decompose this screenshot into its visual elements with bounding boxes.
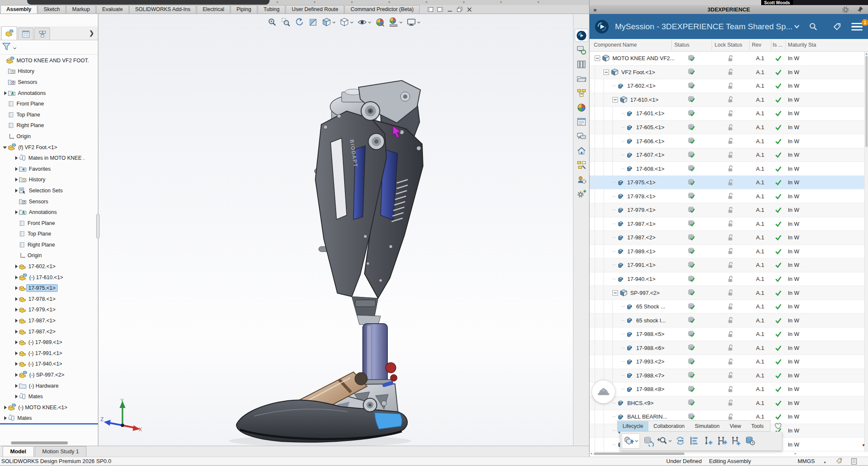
column-header[interactable]: Is ... [773, 42, 783, 48]
tree-item-label[interactable]: History [27, 176, 47, 183]
tree-item-label[interactable]: Origin [15, 133, 32, 140]
hscrollbar-thumb[interactable] [594, 452, 684, 455]
pane-right-icon[interactable] [437, 6, 443, 13]
component-row[interactable]: 17-608.<1>A.1In W [590, 162, 865, 176]
expand-arrow-icon[interactable] [3, 145, 7, 150]
component-row[interactable]: 17-601.<1>A.1In W [590, 107, 865, 121]
favorites-heart-icon[interactable] [773, 422, 783, 432]
expand-arrow-icon[interactable] [14, 155, 18, 161]
pane-left-icon[interactable] [427, 6, 434, 13]
tree-item-label[interactable]: Sensors [27, 198, 50, 205]
component-name[interactable]: 65 Shock ... [636, 303, 665, 310]
component-name[interactable]: 17-987.<2> [627, 234, 656, 241]
tree-item-label[interactable]: 17-979.<1> [27, 306, 57, 313]
hud-apply-scene[interactable] [389, 17, 403, 27]
dropdown-caret-icon[interactable] [635, 440, 638, 442]
hud-view-orientation[interactable] [322, 17, 336, 27]
taskpane-user-tools[interactable] [575, 173, 588, 186]
hud-display-style[interactable] [339, 17, 353, 27]
component-row[interactable]: 65 Shock ...A.1In W [590, 300, 865, 314]
taskpane-add-in-settings[interactable] [575, 187, 588, 200]
zoom-area-icon[interactable] [281, 17, 291, 27]
tree-item[interactable]: (-) Hardware [0, 380, 98, 391]
insert-node-icon[interactable] [703, 435, 714, 447]
taskpane-view-palette[interactable] [575, 86, 588, 100]
toolbar-database-refresh[interactable] [643, 435, 654, 447]
scroll-up-indicator[interactable]: ▲ [865, 52, 868, 55]
column-separator[interactable] [749, 41, 750, 50]
tree-item-label[interactable]: Selection Sets [27, 187, 64, 194]
collapse-panel-icon[interactable]: » [593, 6, 597, 13]
expand-arrow-icon[interactable] [14, 329, 18, 334]
tree-item-label[interactable]: Top Plane [26, 230, 53, 237]
minimize-icon[interactable] [447, 6, 453, 13]
component-name[interactable]: 17-988.<8> [636, 386, 665, 392]
component-row[interactable]: SP-997.<2>A.1In W [590, 286, 865, 300]
tree-item-label[interactable]: Mates in MOTO KNEE . [27, 155, 86, 161]
dropdown-caret-icon[interactable] [368, 21, 371, 24]
tree-item-label[interactable]: (f) VF2 Foot.<1> [17, 144, 59, 151]
tree-item[interactable]: (-) 17-940.<1> [0, 359, 98, 370]
menu-tab-evaluate[interactable]: Evaluate [96, 5, 129, 14]
component-name[interactable]: 17-606.<1> [636, 138, 665, 144]
chevron-down-icon[interactable] [794, 24, 800, 29]
toolbar-branch-add[interactable] [717, 435, 728, 447]
menu-tab-electrical[interactable]: Electrical [197, 5, 230, 14]
tree-item-label[interactable]: 17-602.<1> [27, 263, 57, 270]
expand-arrow-icon[interactable] [14, 351, 18, 356]
component-row[interactable]: 17-988.<6>A.1In W [590, 341, 865, 355]
component-row[interactable]: 17-989.<1>A.1In W [590, 245, 865, 259]
tree-item-label[interactable]: (-) 17-991.<1> [27, 350, 64, 357]
toolbar-structure-list[interactable] [689, 435, 700, 447]
collapse-expander-icon[interactable] [612, 97, 618, 103]
taskpane-3dexperience-logo[interactable] [575, 29, 588, 42]
view-orientation-icon[interactable] [322, 17, 331, 27]
tag-icon[interactable] [833, 22, 841, 31]
hud-hide-show-items[interactable] [357, 17, 371, 27]
tree-item[interactable]: Top Plane [0, 109, 98, 120]
component-row[interactable]: BHCS.<9>A.1In W [590, 397, 865, 411]
tree-item[interactable]: MOTO KNEE AND VF2 FOOT. [0, 55, 98, 66]
scrollbar-thumb[interactable] [865, 56, 868, 147]
component-name[interactable]: 17-988.<7> [636, 372, 665, 379]
column-header[interactable]: Lock Status [715, 42, 742, 48]
component-name[interactable]: 17-601.<1> [636, 110, 665, 116]
expand-arrow-icon[interactable] [14, 307, 18, 312]
expand-arrow-icon[interactable] [14, 188, 18, 193]
expand-arrow-icon[interactable] [14, 210, 18, 215]
filter-funnel-icon[interactable] [2, 42, 12, 53]
component-row[interactable]: 17-606.<1>A.1In W [590, 134, 865, 148]
toolbar-overflow-caret-icon[interactable]: ▾ [314, 0, 316, 5]
tree-item-label[interactable]: (-) SP-997.<2> [28, 372, 66, 378]
component-row[interactable]: 17-979.<1>A.1In W [590, 203, 865, 217]
actionbar-tab-lifecycle[interactable]: Lifecycle [618, 421, 648, 431]
tree-item[interactable]: Sensors [0, 196, 98, 207]
tree-item-label[interactable]: MOTO KNEE AND VF2 FOOT. [15, 57, 91, 64]
actionbar-tab-tools[interactable]: Tools [746, 421, 769, 431]
component-name[interactable]: VF2 Foot.<1> [621, 69, 655, 75]
hud-zoom-fit[interactable] [267, 17, 277, 27]
dropdown-caret-icon[interactable] [399, 21, 403, 24]
tree-item[interactable]: (-) MOTO KNEE.<1> [0, 402, 98, 413]
tree-item[interactable]: Front Plane [0, 218, 98, 229]
taskpane-resources-sync[interactable] [575, 43, 588, 56]
collapse-expander-icon[interactable] [612, 290, 618, 296]
graphics-viewport[interactable]: BIODAPT [99, 14, 573, 457]
tree-item-label[interactable]: Top Plane [15, 111, 42, 118]
component-name[interactable]: BALL BEARIN... [627, 413, 667, 420]
tree-item-label[interactable]: 17-978.<1> [27, 296, 57, 302]
tree-item[interactable]: Front Plane [0, 98, 98, 109]
toolbar-overflow-caret-icon[interactable]: ▾ [463, 0, 465, 5]
tree-item[interactable]: 17-602.<1> [0, 261, 98, 272]
component-name[interactable]: 17-979.<1> [627, 207, 656, 213]
branch-add-icon[interactable] [717, 435, 728, 447]
doc-tab-model[interactable]: Model [3, 446, 34, 457]
status-tag-icon[interactable] [836, 458, 843, 466]
expand-arrow-icon[interactable] [14, 177, 18, 182]
taskpane-comments[interactable] [575, 130, 588, 143]
component-name[interactable]: 17-602.<1> [627, 83, 656, 89]
expand-arrow-icon[interactable] [14, 361, 18, 366]
toolbar-explore-search[interactable] [657, 435, 672, 447]
toolbar-overflow-caret-icon[interactable]: ▾ [276, 0, 278, 5]
database-refresh-icon[interactable] [643, 435, 654, 447]
